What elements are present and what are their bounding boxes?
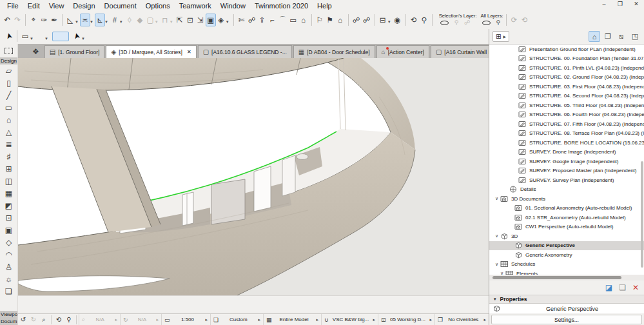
tree-horizontal-scrollbar[interactable] [489, 275, 644, 281]
pick-up-parameters-icon[interactable]: ⌖ [28, 14, 39, 26]
selection-style-swatch[interactable] [52, 32, 69, 41]
tree-item-generic-perspective[interactable]: Generic Perspective [489, 241, 644, 251]
zoom-level-selector[interactable]: ⌕N/A▸ [79, 314, 120, 325]
tab-action-center[interactable]: ⌂[Action Center] [376, 45, 429, 58]
menu-window[interactable]: Window [216, 1, 250, 10]
trim-icon[interactable]: ✄ [237, 14, 247, 26]
beam-tool[interactable]: ╱ [1, 89, 17, 101]
undo-icon[interactable]: ↶ [2, 14, 12, 26]
grid-snap-icon[interactable]: # [110, 14, 120, 26]
3d-viewport[interactable] [18, 58, 489, 295]
tree-item-structure-04-second-floor-04-08-23-independent[interactable]: STRUCTURE. 04. Second Floor (04.08.23) (… [489, 92, 644, 101]
arrow-tool-icon[interactable]: ➤ [4, 30, 14, 43]
tab-a16-10-6-glass-legend[interactable]: ▢[A16.10.6 GLASS LEGEND -... [198, 45, 292, 58]
tree-item-structure-02-ground-floor-04-08-23-independent[interactable]: STRUCTURE. 02. Ground Floor (04.08.23) (… [489, 73, 644, 83]
tree-item-structure-00-foundation-plan-tender-31-07-23-independent[interactable]: STRUCTURE. 00. Foundation Plan (Tender-3… [489, 54, 644, 64]
view-rotation-selector[interactable]: ↻N/A▸ [120, 314, 161, 325]
trace-reference-icon[interactable]: ⊡ [185, 14, 195, 26]
all-layers-solid-icon[interactable]: ⚲ [496, 19, 501, 26]
orbit-icon[interactable]: ⟲ [409, 14, 419, 26]
link-icon[interactable]: ☍ [351, 14, 362, 26]
transform-icon[interactable]: ⇱ [175, 14, 185, 26]
opening-tool[interactable]: ⊡ [1, 212, 17, 224]
maximize-icon[interactable]: ❐ [616, 1, 624, 7]
cutting-plane-icon[interactable]: ◆ [135, 14, 145, 26]
tab-d-ab04-door-schedule[interactable]: ▦[D AB04 - Door Schedule] [293, 45, 375, 58]
editing-plane-icon[interactable]: ◊ [124, 14, 135, 26]
expander-icon[interactable]: ∨ [493, 262, 500, 267]
tree-item-3d-documents[interactable]: ∨3D Documents [489, 194, 644, 204]
dimension-style-selector[interactable]: ⊡05 Working D...▸ [378, 314, 434, 325]
save-current-view-button[interactable]: ◪ [605, 283, 612, 292]
document-panel-label[interactable]: Docum [0, 318, 17, 325]
bounding-box-dropdown-icon[interactable]: ▼ [155, 20, 159, 24]
previous-view-icon[interactable]: ↺ [18, 315, 28, 325]
curtain-wall-tool[interactable]: ⊞ [1, 162, 17, 175]
camera-icon[interactable]: ⊟ [378, 14, 388, 26]
selection-layer-lock-icon[interactable]: ☍ [464, 19, 470, 26]
visualization-dropdown-icon[interactable]: ▼ [226, 20, 229, 24]
window-tool[interactable]: ▦ [1, 187, 17, 199]
stretch-icon[interactable]: ⇲ [195, 14, 206, 26]
tree-item-presentation-ground-floor-plan-independent[interactable]: Presentation Ground floor PLan (Independ… [489, 44, 644, 54]
zone-tool[interactable]: ▣ [1, 224, 17, 236]
view-map-icon[interactable]: ❐ [602, 31, 614, 42]
redo-icon[interactable]: ↷ [12, 14, 23, 26]
guide-lines-dropdown-icon[interactable]: ▼ [90, 20, 93, 24]
set-square-icon[interactable]: ◺ [65, 14, 75, 26]
inject-parameters-favorite-icon[interactable]: ✒ [49, 14, 59, 26]
snap-guides-dropdown-icon[interactable]: ▼ [104, 20, 108, 24]
selection-layer-visibility-icon[interactable] [440, 21, 449, 25]
menu-twinmotion-2020[interactable]: Twinmotion 2020 [250, 1, 313, 10]
close-tab-icon[interactable]: ✕ [187, 49, 191, 55]
marquee-tool[interactable] [5, 48, 13, 54]
inject-parameters-icon[interactable]: ✑ [39, 14, 49, 26]
navigator-chooser-button[interactable]: ⊞ ▶ [493, 31, 509, 42]
explore-mode-icon[interactable]: ⚲ [64, 315, 74, 325]
next-view-icon[interactable]: ↻ [28, 315, 39, 325]
stair-tool[interactable]: ≣ [1, 138, 17, 150]
tree-item-3d[interactable]: ∨3D [489, 231, 644, 241]
tab-1-ground-floor[interactable]: ▤[1. Ground Floor] [44, 45, 105, 58]
split-icon[interactable]: ☍ [247, 14, 257, 26]
lock-elements-icon[interactable]: ⊓ [160, 14, 170, 26]
tab-3d-marquee-all-stories[interactable]: ◈[3D / Marquee, All Stories]✕ [106, 45, 196, 58]
arrow-submode-icon[interactable]: ➤ [72, 30, 82, 43]
elevation-icon[interactable]: ⌂ [298, 14, 309, 26]
guide-lines-icon[interactable]: ≍ [80, 14, 90, 26]
fillet-icon[interactable]: ⌒ [278, 14, 288, 26]
new-view-folder-button[interactable]: ❏ [619, 283, 626, 292]
quad-view-icon[interactable]: ❖ [32, 47, 39, 56]
snap-guides-icon[interactable]: ⊾ [95, 14, 105, 26]
visualization-icon[interactable]: ◈ [216, 14, 226, 26]
expander-icon[interactable]: ∨ [493, 233, 500, 239]
marquee-method-icon[interactable]: ▭ [20, 30, 30, 43]
tree-item-structure-07-fifth-floor-04-08-23-independent[interactable]: STRUCTURE. 07. Fifth Floor (04.08.23) (I… [489, 119, 644, 129]
tree-item-cw1-perspective-auto-rebuild-model[interactable]: CW1 Perspective (Auto-rebuild Model) [489, 222, 644, 232]
marquee-view-icon[interactable]: ▣ [206, 14, 216, 26]
tree-item-survey-survey-plan-independent[interactable]: SURVEY. Survey Plan (Independent) [489, 175, 644, 185]
grid-snap-dropdown-icon[interactable]: ▼ [119, 20, 123, 24]
properties-header[interactable]: ▾ Properties [489, 295, 644, 304]
door-tool[interactable]: ◫ [1, 175, 17, 187]
skylight-tool[interactable]: ◩ [1, 199, 17, 212]
object-tool[interactable]: ♙ [1, 261, 17, 273]
tree-item-survey-proposed-master-plan-independent[interactable]: SURVEY. Proposed Master plan (Independen… [489, 166, 644, 176]
tree-item-generic-axonometry[interactable]: Generic Axonometry [489, 250, 644, 260]
tree-item-structure-01-pinth-lvl-04-08-23-independent[interactable]: STRUCTURE. 01. Pinth LVL (04.08.23) (Ind… [489, 63, 644, 73]
camera-save-icon[interactable]: ◉ [393, 14, 403, 26]
close-icon[interactable]: ✕ [632, 1, 640, 7]
minimize-icon[interactable]: – [600, 1, 608, 7]
set-square-dropdown-icon[interactable]: ▼ [75, 20, 79, 24]
scrollbar-thumb[interactable] [493, 276, 621, 279]
tree-item-structure-03-first-floor-04-08-23-independent[interactable]: STRUCTURE. 03. First Floor (04.08.23) (I… [489, 82, 644, 92]
tree-item-elements[interactable]: ∨Elements [489, 269, 644, 275]
railing-tool[interactable]: ♯ [1, 150, 17, 162]
favorites-icon[interactable] [35, 30, 45, 43]
tree-item-02-1-str-axonometry-auto-rebuild-model[interactable]: 02.1 STR_Axonometry (Auto-rebuild Model) [489, 213, 644, 222]
tree-item-schedules[interactable]: ∨Schedules [489, 260, 644, 270]
unlink-icon[interactable]: ☍ [362, 14, 372, 26]
menu-teamwork[interactable]: Teamwork [175, 1, 216, 10]
layer-combination-selector[interactable]: ❏Custom▸ [210, 314, 263, 325]
tree-item-structure-08-terrace-floor-plan-04-08-23-independent[interactable]: STRUCTURE. 08. Terrace Floor Plan (04.08… [489, 129, 644, 139]
